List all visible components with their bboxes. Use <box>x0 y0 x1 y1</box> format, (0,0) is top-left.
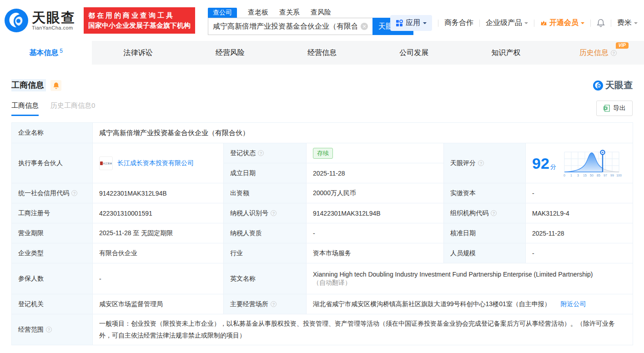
close-circle-icon[interactable]: ✕ <box>361 23 368 30</box>
status-badge: 存续 <box>313 148 333 159</box>
divider <box>590 20 591 27</box>
insured-count-label: 参保人数 <box>12 263 93 294</box>
tab-legal-proceedings[interactable]: 法律诉讼 <box>92 41 184 65</box>
reg-number-label: 工商注册号 <box>12 203 93 223</box>
establish-date-label: 成立日期 <box>224 163 307 183</box>
credit-code-value: 91422301MAK312L94B <box>93 183 224 203</box>
capital-value: 20000万人民币 <box>307 183 444 203</box>
tab-intellectual-property[interactable]: 知识产权 <box>460 41 552 65</box>
subtab-business-info[interactable]: 工商信息 <box>11 101 39 116</box>
search-tab-risk[interactable]: 查风险 <box>311 7 331 18</box>
svg-text:100: 100 <box>616 174 622 177</box>
paid-capital-label: 实缴资本 <box>444 183 526 203</box>
business-term-value: 2025-11-28 至 无固定期限 <box>93 223 224 243</box>
brand-domain: TianYanCha.com <box>32 25 75 30</box>
tab-basic-info[interactable]: 基本信息 5 <box>0 41 92 65</box>
svg-text:15: 15 <box>583 174 587 177</box>
business-scope-label: 经营范围? <box>12 314 93 345</box>
question-circle-icon[interactable]: ? <box>611 50 617 56</box>
question-circle-icon[interactable]: ? <box>46 327 52 333</box>
question-circle-icon[interactable]: ? <box>271 210 277 216</box>
tianyancha-eye-icon <box>5 9 28 32</box>
staff-size-value: - <box>526 243 633 263</box>
taxpayer-id-label: 纳税人识别号? <box>224 203 307 223</box>
nearby-companies-link[interactable]: 附近公司 <box>561 300 586 308</box>
address-value: 湖北省咸宁市咸安区横沟桥镇高新社区旗鼓大道99号科创中心13楼01室（自主申报） <box>313 300 551 308</box>
tab-history-info[interactable]: VIP 历史信息 ? <box>552 41 644 65</box>
address-label: 主要经营场所? <box>224 294 307 314</box>
executive-partner-link[interactable]: 长江成长资本投资有限公司 <box>117 159 194 167</box>
tianyan-score[interactable]: 92分 <box>532 148 626 178</box>
company-name-value: 咸宁高新倍增产业投资基金合伙企业（有限合伙） <box>99 129 249 136</box>
insured-count-value: - <box>93 263 224 294</box>
question-circle-icon[interactable]: ? <box>271 301 277 307</box>
user-account-menu[interactable]: 费米 <box>617 18 638 28</box>
reg-number-value: 422301310001591 <box>93 203 224 223</box>
table-row: 登记机关 咸安区市场监督管理局 主要经营场所? 湖北省咸宁市咸安区横沟桥镇高新社… <box>12 294 633 314</box>
export-button[interactable]: 导出 <box>596 101 633 116</box>
establish-date-value: 2025-11-28 <box>307 163 444 183</box>
apps-menu[interactable]: 应用 <box>390 15 432 31</box>
promo-line1: 都在用的商业查询工具 <box>88 10 191 20</box>
username: 费米 <box>617 18 632 28</box>
question-circle-icon[interactable]: ? <box>258 150 264 156</box>
brand-name: 天眼查 <box>32 10 75 25</box>
org-code-label: 组织机构代码? <box>444 203 526 223</box>
subscribe-bell-button[interactable] <box>50 80 61 91</box>
org-code-value: MAK312L9-4 <box>526 203 633 223</box>
business-cooperation-link[interactable]: 商务合作 <box>444 18 473 28</box>
english-name-value: Xianning High tech Doubling Industry Inv… <box>313 271 626 278</box>
question-circle-icon[interactable]: ? <box>71 190 77 196</box>
section-title: 工商信息 <box>11 79 46 91</box>
table-row: 工商注册号 422301310001591 纳税人识别号? 91422301MA… <box>12 203 633 223</box>
svg-text:99: 99 <box>610 174 614 177</box>
table-row: 执行事务合伙人 长江资本 长江成长资本投资有限公司 登记状态? 存续 天眼评分?… <box>12 143 633 163</box>
chevron-down-icon <box>634 22 638 26</box>
table-row: 营业期限 2025-11-28 至 无固定期限 纳税人资质 - 核准日期 202… <box>12 223 633 243</box>
taxpayer-quality-label: 纳税人资质 <box>224 223 307 243</box>
main-content: 工商信息 天眼查 工商信息 历史工商信息0 <box>0 65 644 345</box>
reg-status-label: 登记状态? <box>224 143 307 163</box>
table-row: 企业类型 有限合伙企业 行业 资本市场服务 人员规模 - <box>12 243 633 263</box>
question-circle-icon[interactable]: ? <box>478 160 484 166</box>
business-term-label: 营业期限 <box>12 223 93 243</box>
crown-icon <box>540 20 547 26</box>
tianyancha-watermark: 天眼查 <box>593 79 633 91</box>
credit-code-label: 统一社会信用代码? <box>12 183 93 203</box>
table-row: 统一社会信用代码? 91422301MAK312L94B 出资额 20000万人… <box>12 183 633 203</box>
industry-label: 行业 <box>224 243 307 263</box>
search-area: 查公司 查老板 查关系 查风险 ✕ 天眼一下 <box>208 6 413 35</box>
svg-text:50: 50 <box>590 174 594 177</box>
taxpayer-quality-value: - <box>307 223 444 243</box>
tab-operational-risk[interactable]: 经营风险 <box>184 41 276 65</box>
chevron-down-icon <box>524 22 528 26</box>
search-tab-relation[interactable]: 查关系 <box>279 7 300 18</box>
table-row: 经营范围? 一般项目：创业投资（限投资未上市企业），以私募基金从事股权投资、投资… <box>12 314 633 345</box>
executive-partner-label: 执行事务合伙人 <box>12 143 93 183</box>
svg-text:0: 0 <box>564 174 565 177</box>
notifications-button[interactable] <box>597 19 605 27</box>
paid-capital-value: - <box>526 183 633 203</box>
tab-business-info[interactable]: 经营信息 <box>276 41 368 65</box>
question-circle-icon[interactable]: ? <box>491 210 497 216</box>
divider <box>438 20 438 27</box>
enterprise-products-menu[interactable]: 企业级产品 <box>486 18 528 28</box>
capital-label: 出资额 <box>224 183 307 203</box>
search-tab-company[interactable]: 查公司 <box>208 8 237 18</box>
tab-company-development[interactable]: 公司发展 <box>368 41 460 65</box>
search-input[interactable] <box>208 18 372 35</box>
company-type-label: 企业类型 <box>12 243 93 263</box>
staff-size-label: 人员规模 <box>444 243 526 263</box>
tianyancha-logo[interactable]: 天眼查 TianYanCha.com <box>5 9 75 32</box>
subtab-history-business-info[interactable]: 历史工商信息0 <box>50 101 95 116</box>
open-membership-menu[interactable]: 开通会员 <box>540 18 584 28</box>
company-type-value: 有限合伙企业 <box>93 243 224 263</box>
search-tab-boss[interactable]: 查老板 <box>248 7 268 18</box>
auto-translate-note: （自动翻译） <box>313 279 626 287</box>
reg-authority-label: 登记机关 <box>12 294 93 314</box>
apps-label: 应用 <box>406 18 420 28</box>
taxpayer-id-value: 91422301MAK312L94B <box>307 203 444 223</box>
tianyancha-eye-icon <box>593 81 603 91</box>
english-name-label: 英文名称 <box>224 263 307 294</box>
bell-icon <box>53 82 60 89</box>
